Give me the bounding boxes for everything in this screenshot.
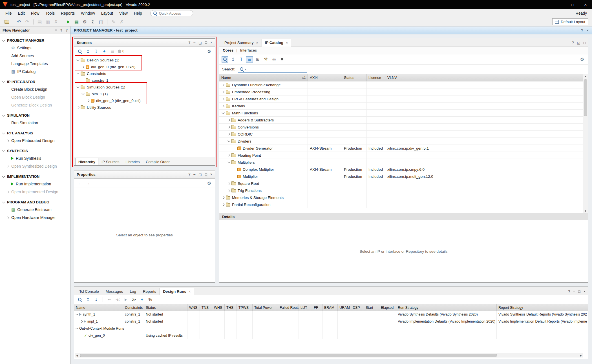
flow-item-run-implementation[interactable]: Run Implementation <box>0 180 70 188</box>
flow-item-open-synthesized-design[interactable]: Open Synthesized Design <box>0 162 70 170</box>
collapse-all-icon[interactable]: ↥ <box>230 56 237 63</box>
column-header-vlnv[interactable]: VLNV <box>385 74 454 81</box>
help-icon[interactable]: ? <box>188 172 190 176</box>
tab-project-summary[interactable]: Project Summary× <box>221 39 262 46</box>
step-forward-icon[interactable]: ≫ <box>131 297 137 303</box>
search-icon[interactable] <box>222 56 228 63</box>
expander-icon[interactable] <box>6 216 9 219</box>
expander-icon[interactable] <box>77 72 79 75</box>
resize-icon[interactable]: ⇕ <box>60 28 63 32</box>
close-tab-icon[interactable]: × <box>256 41 258 45</box>
expander-icon[interactable] <box>227 154 230 157</box>
expander-icon[interactable] <box>222 83 225 86</box>
design-run-row-impl-1[interactable]: impl_1constrs_1Not startedVivado Impleme… <box>74 318 588 325</box>
menu-reports[interactable]: Reports <box>58 10 78 17</box>
flow-item-generate-block-design[interactable]: Generate Block Design <box>0 101 70 109</box>
menu-flow[interactable]: Flow <box>28 10 43 17</box>
tab-log[interactable]: Log <box>126 288 140 295</box>
runs-horizontal-scrollbar[interactable]: ◀ ▶ <box>75 353 583 358</box>
expander-icon[interactable] <box>2 114 5 116</box>
ip-row-partial-reconfiguration[interactable]: Partial Reconfiguration <box>219 201 588 208</box>
column-header-status[interactable]: Status <box>144 304 187 311</box>
expander-icon[interactable] <box>227 119 230 121</box>
ip-row-cordic[interactable]: CORDIC <box>219 131 588 138</box>
design-run-row-synth-1[interactable]: synth_1constrs_1Not startedVivado Synthe… <box>74 311 588 318</box>
sources-tab-hierarchy[interactable]: Hierarchy <box>75 158 98 165</box>
undo-icon[interactable]: ↶ <box>15 19 23 25</box>
minimize-button[interactable]: – <box>553 0 566 9</box>
column-header-constraints[interactable]: Constraints <box>123 304 144 311</box>
design-run-row-div-gen-0[interactable]: ✓div_gen_0Using cached IP results <box>74 332 588 339</box>
expander-icon[interactable] <box>80 320 83 323</box>
flow-section-header-implementation[interactable]: IMPLEMENTATION <box>0 173 70 180</box>
expander-icon[interactable] <box>2 131 5 134</box>
expander-icon[interactable] <box>6 190 9 193</box>
search-icon[interactable] <box>76 297 83 303</box>
stop-icon[interactable]: ■ <box>279 56 286 63</box>
expander-icon[interactable] <box>76 327 78 330</box>
column-header-lut[interactable]: LUT <box>299 304 312 311</box>
expand-all-icon[interactable]: ↧ <box>93 297 100 303</box>
ip-search-input[interactable]: ▾ <box>238 66 307 73</box>
tab-tcl-console[interactable]: Tcl Console <box>76 288 102 295</box>
expander-icon[interactable] <box>2 149 5 152</box>
column-header-uram[interactable]: URAM <box>338 304 351 311</box>
help-icon[interactable]: ? <box>572 41 574 45</box>
menu-window[interactable]: Window <box>78 10 98 17</box>
flow-item-open-hardware-manager[interactable]: Open Hardware Manager <box>0 214 70 221</box>
expander-icon[interactable] <box>222 196 225 199</box>
ip-row-multiplier[interactable]: MultiplierProductionIncludedxilinx.com:i… <box>219 173 588 180</box>
add-repository-icon[interactable]: ◎ <box>271 56 277 63</box>
subtab-interfaces[interactable]: Interfaces <box>240 48 257 52</box>
ip-row-trig-functions[interactable]: Trig Functions <box>219 187 588 194</box>
close-tab-icon[interactable]: × <box>189 290 191 294</box>
source-tree-item-div-gen-0[interactable]: div_gen_0 (div_gen_0.xci) <box>74 97 215 104</box>
flow-item-open-block-design[interactable]: Open Block Design <box>0 93 70 101</box>
design-run-row-out-of-context-module-runs[interactable]: Out-of-Context Module Runs <box>74 325 588 332</box>
column-header-run-strategy[interactable]: Run Strategy <box>396 304 497 311</box>
properties-settings-gear-icon[interactable]: ⚙ <box>206 180 213 186</box>
column-header-elapsed[interactable]: Elapsed <box>379 304 396 311</box>
source-tree-item-utility-sources[interactable]: Utility Sources <box>74 104 215 111</box>
expander-icon[interactable] <box>77 106 79 109</box>
flow-item-open-elaborated-design[interactable]: Open Elaborated Design <box>0 137 70 145</box>
expander-icon[interactable] <box>227 189 230 192</box>
sources-tab-libraries[interactable]: Libraries <box>122 158 143 165</box>
ip-row-multipliers[interactable]: Multipliers <box>219 159 588 166</box>
expander-icon[interactable] <box>6 139 9 142</box>
help-icon[interactable]: ? <box>188 41 190 45</box>
collapse-all-icon[interactable]: ↥ <box>85 48 91 54</box>
expander-icon[interactable] <box>227 139 230 142</box>
ip-row-math-functions[interactable]: Math Functions <box>219 110 588 117</box>
ip-row-dividers[interactable]: Dividers <box>219 138 588 145</box>
layout-selector[interactable]: Default Layout <box>552 18 588 25</box>
flow-section-header-synthesis[interactable]: SYNTHESIS <box>0 147 70 154</box>
maximize-icon[interactable]: □ <box>583 41 586 45</box>
expander-icon[interactable] <box>227 182 230 185</box>
expander-icon[interactable] <box>222 97 225 100</box>
sum-icon[interactable]: Σ <box>89 19 97 25</box>
flow-item-create-block-design[interactable]: Create Block Design <box>0 85 70 93</box>
menu-help[interactable]: Help <box>131 10 145 17</box>
column-header-ths[interactable]: THS <box>225 304 237 311</box>
close-icon[interactable]: × <box>584 290 586 294</box>
ip-row-fpga-features-and-design[interactable]: FPGA Features and Design <box>219 96 588 103</box>
expander-icon[interactable] <box>222 105 225 107</box>
flow-item-add-sources[interactable]: Add Sources <box>0 52 70 60</box>
settings-gear-icon[interactable]: ⚙ <box>81 19 89 25</box>
flow-section-header-simulation[interactable]: SIMULATION <box>0 112 70 119</box>
float-icon[interactable]: ◱ <box>577 41 580 45</box>
expander-icon[interactable] <box>222 90 225 93</box>
expander-icon[interactable] <box>77 58 79 61</box>
column-header-failed-routes[interactable]: Failed Routes <box>278 304 299 311</box>
source-tree-item-design-sources[interactable]: Design Sources (1) <box>74 57 215 63</box>
create-run-icon[interactable]: + <box>139 297 145 303</box>
ip-row-memories-storage-elements[interactable]: Memories & Storage Elements <box>219 194 588 201</box>
add-sources-icon[interactable]: + <box>101 48 108 54</box>
ip-row-complex-multiplier[interactable]: Complex MultiplierAXI4-StreamProductionI… <box>219 166 588 173</box>
help-icon[interactable]: ? <box>66 28 68 32</box>
ip-row-floating-point[interactable]: Floating Point <box>219 152 588 159</box>
open-recent-icon[interactable] <box>3 19 10 25</box>
source-tree-item-simulation-sources[interactable]: Simulation Sources (1) <box>74 84 215 90</box>
flow-item-ip-catalog[interactable]: ▦IP Catalog <box>0 68 70 76</box>
